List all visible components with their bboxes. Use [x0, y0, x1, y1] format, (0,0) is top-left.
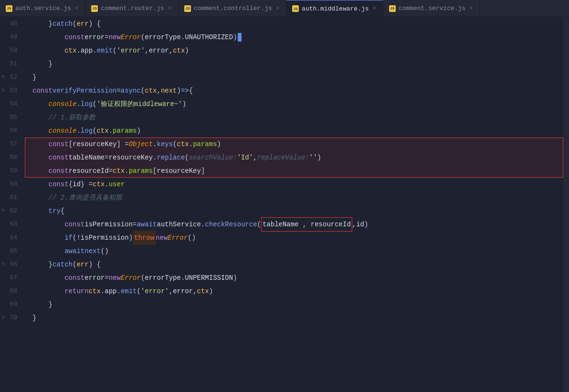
code-indent: [32, 178, 49, 191]
code-text: {: [61, 204, 64, 218]
code-line-48: } catch ( err ) {: [25, 17, 563, 31]
code-line-49: const error = new Error ( errorType . UN…: [25, 31, 563, 44]
ctx-var3: ctx: [96, 124, 108, 138]
dot-op: .: [105, 178, 108, 191]
dot-op: .: [181, 31, 185, 44]
authservice-var: authService: [157, 218, 200, 231]
code-text: [: [69, 138, 73, 151]
code-indent: [32, 298, 49, 311]
code-text: (: [93, 97, 96, 111]
tab-icon-auth-middleware: JS: [292, 5, 299, 12]
code-text: {: [69, 178, 73, 191]
fold-icon-70[interactable]: ▽: [2, 311, 5, 325]
dot-op: .: [201, 218, 205, 231]
tab-icon-comment-router: JS: [91, 5, 98, 12]
tab-close-comment-controller[interactable]: ×: [275, 4, 280, 13]
dot-op: .: [116, 285, 120, 298]
code-indent: [32, 191, 49, 204]
code-text: ,: [145, 44, 148, 57]
await-kw: await: [137, 218, 157, 231]
gutter-57: 57: [0, 138, 21, 151]
code-text: ): [233, 271, 237, 285]
next-param: next: [161, 84, 177, 97]
resourcekey-var: resourceKey: [73, 138, 116, 151]
id-var: id: [73, 178, 81, 191]
dot-op: .: [76, 124, 80, 138]
ispermission-var: isPermission: [84, 218, 133, 231]
code-line-62: try {: [25, 204, 563, 218]
code-line-59: const resourceId = ctx . params [ resour…: [25, 164, 563, 178]
scrollbar[interactable]: [563, 17, 569, 392]
code-text: ] =: [116, 138, 128, 151]
fold-icon-52[interactable]: ▽: [2, 71, 5, 84]
tab-comment-service[interactable]: JS comment.service.js ×: [383, 0, 480, 17]
code-indent: [32, 244, 64, 258]
ctx-var: ctx: [64, 44, 76, 57]
code-text: =: [105, 31, 108, 44]
tab-icon-comment-service: JS: [389, 5, 396, 12]
code-text: }: [49, 57, 53, 71]
code-text: ,: [352, 218, 356, 231]
tab-close-comment-service[interactable]: ×: [468, 4, 474, 13]
code-text: }: [32, 311, 36, 325]
tablename-var: tableName: [69, 151, 105, 164]
gutter-67: 67: [0, 271, 21, 285]
code-line-54: console . log ( '验证权限的middleware~' ): [25, 97, 563, 111]
catch-kw2: catch: [53, 258, 73, 271]
code-text: (): [188, 231, 196, 244]
code-line-53: const verifyPermission = async ( ctx , n…: [25, 84, 563, 97]
err-param2: err: [76, 258, 88, 271]
code-indent: [32, 285, 64, 298]
gutter-59: 59: [0, 164, 21, 178]
code-text: ): [185, 44, 189, 57]
str-error2: 'error': [141, 285, 169, 298]
ctx-var8: ctx: [197, 285, 209, 298]
resourceid-var: resourceId: [69, 164, 109, 178]
code-text: }: [49, 258, 53, 271]
catch-kw: catch: [53, 17, 73, 31]
code-line-64: if (! isPermission ) throw new Error (): [25, 231, 563, 244]
object-class: Object: [129, 138, 153, 151]
const-kw: const: [64, 31, 84, 44]
code-text: }: [32, 71, 36, 84]
resourceid-arg: resourceId: [311, 221, 351, 228]
tab-close-auth-middleware[interactable]: ×: [372, 4, 377, 13]
tab-close-auth-service[interactable]: ×: [74, 4, 79, 13]
fold-icon-62[interactable]: ▽: [2, 204, 5, 218]
gutter-60: 60: [0, 178, 21, 191]
str-verify: '验证权限的middleware~': [96, 97, 182, 111]
tab-label-comment-router: comment.router.js: [101, 5, 164, 12]
emit-fn: emit: [96, 44, 113, 57]
async-kw: async: [121, 84, 141, 97]
code-line-51: }: [25, 57, 563, 71]
gutter-56: 56: [0, 124, 21, 138]
errortype: errorType: [145, 31, 181, 44]
tab-comment-router[interactable]: JS comment.router.js ×: [85, 0, 179, 17]
fold-icon-66[interactable]: ▽: [2, 258, 5, 271]
ctx-var7: ctx: [89, 285, 101, 298]
gutter-50: 50: [0, 44, 21, 57]
new-kw: new: [109, 31, 121, 44]
return-kw: return: [64, 285, 88, 298]
gutter-63: 63: [0, 218, 21, 231]
code-line-67: const error = new Error ( errorType . UN…: [25, 271, 563, 285]
code-line-52: }: [25, 71, 563, 84]
code-line-70: }: [25, 311, 563, 325]
tab-close-comment-router[interactable]: ×: [167, 4, 172, 13]
tab-label-auth-middleware: auth.middleware.js: [302, 5, 369, 12]
code-text: =: [105, 151, 108, 164]
code-text: (: [137, 285, 141, 298]
gutter-53: ▽53: [0, 84, 21, 97]
code-text: ): [209, 285, 213, 298]
code-text: (: [141, 31, 145, 44]
code-text: (: [141, 84, 145, 97]
tab-comment-controller[interactable]: JS comment.controller.js ×: [179, 0, 286, 17]
tab-auth-middleware[interactable]: JS auth.middleware.js ×: [286, 0, 383, 17]
tab-auth-service[interactable]: JS auth.service.js ×: [0, 0, 85, 17]
code-text: ,: [169, 44, 173, 57]
tab-label-auth-service: auth.service.js: [15, 5, 71, 12]
dot-op: .: [76, 44, 80, 57]
str-error: 'error': [116, 44, 145, 57]
fold-icon-53[interactable]: ▽: [2, 84, 5, 97]
app-prop2: app: [105, 285, 116, 298]
